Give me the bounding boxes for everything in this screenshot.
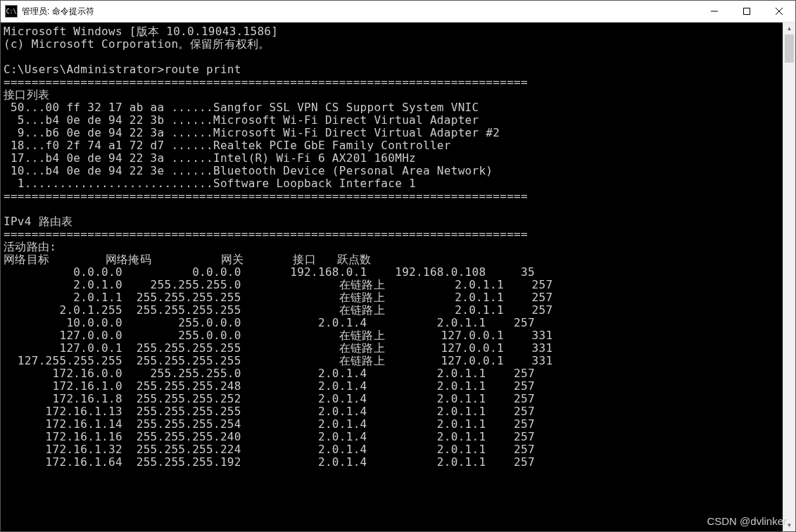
minimize-button[interactable] [698, 1, 731, 22]
svg-rect-1 [744, 8, 750, 15]
terminal-output[interactable]: Microsoft Windows [版本 10.0.19043.1586] (… [1, 23, 783, 531]
window-title: 管理员: 命令提示符 [22, 6, 94, 18]
app-window: C:\ 管理员: 命令提示符 Microsoft Windows [版本 10.… [0, 0, 796, 532]
watermark: CSDN @dvlinker [707, 515, 787, 527]
scroll-up-icon[interactable]: ▲ [783, 23, 795, 34]
maximize-button[interactable] [731, 1, 763, 22]
app-icon: C:\ [5, 5, 18, 18]
scroll-thumb[interactable] [785, 34, 794, 63]
scrollbar[interactable]: ▲ ▼ [783, 23, 795, 531]
scroll-track[interactable] [783, 34, 795, 519]
titlebar[interactable]: C:\ 管理员: 命令提示符 [1, 1, 795, 23]
close-button[interactable] [763, 1, 795, 22]
